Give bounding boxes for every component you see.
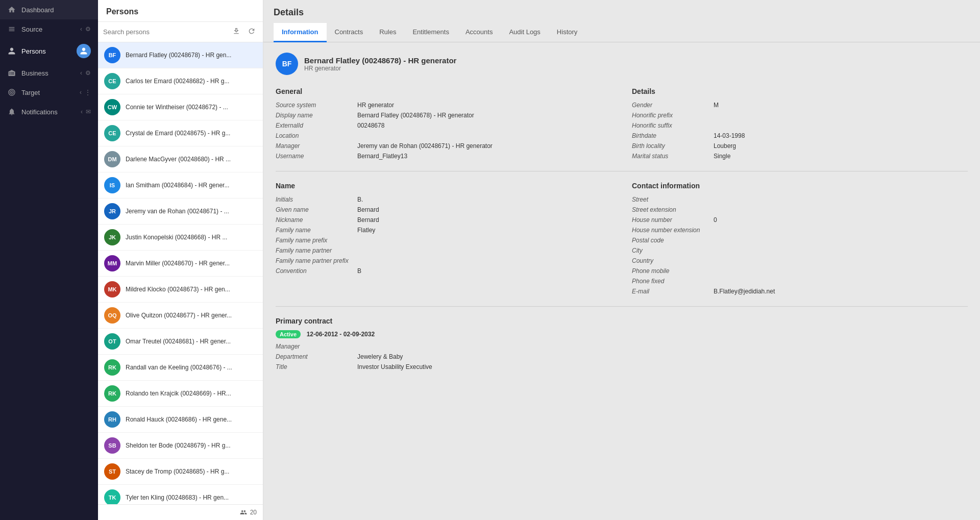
field-row: Postal code [632,237,968,244]
person-list-item[interactable]: OQ Olive Quitzon (00248677) - HR gener..… [98,303,263,329]
contact-section: Contact information Street Street extens… [632,180,968,298]
bell-icon [7,107,16,116]
source-icon [7,24,16,34]
person-list-item[interactable]: SB Sheldon ter Bode (00248679) - HR g... [98,433,263,459]
sidebar-item-source[interactable]: Source ‹ ⚙ [0,19,98,39]
field-label: Family name partner prefix [276,257,357,264]
details-panel: Details InformationContractsRulesEntitle… [263,0,980,520]
person-list-item[interactable]: IS Ian Smitham (00248684) - HR gener... [98,172,263,199]
person-name: Connie ter Wintheiser (00248672) - ... [126,104,228,111]
field-label: ExternalId [276,122,357,129]
tab-audit-logs[interactable]: Audit Logs [501,23,548,42]
name-section: Name Initials B. Given name Bernard Nick… [276,180,611,298]
field-label: Username [276,153,357,160]
person-list-item[interactable]: RH Ronald Hauck (00248686) - HR gene... [98,407,263,433]
field-row: Source system HR generator [276,102,611,109]
field-row: Gender M [632,102,968,109]
field-row: Manager Jeremy van de Rohan (00248671) -… [276,142,611,150]
person-name: Marvin Miller (00248670) - HR gener... [126,260,230,267]
tab-entitlements[interactable]: Entitlements [404,23,457,42]
sidebar: Dashboard Source ‹ ⚙ Persons [0,0,98,520]
field-row: House number 0 [632,216,968,224]
person-list-item[interactable]: RK Randall van de Keeling (00248676) - .… [98,355,263,381]
field-row: Display name Bernard Flatley (00248678) … [276,112,611,119]
search-input[interactable] [103,28,227,36]
avatar: CW [104,99,120,115]
person-list-item[interactable]: OT Omar Treutel (00248681) - HR gener... [98,329,263,355]
refresh-button[interactable] [246,26,258,38]
field-row: Street extension [632,206,968,213]
field-label: Street [632,196,714,203]
person-list-item[interactable]: CE Carlos ter Emard (00248682) - HR g... [98,68,263,94]
persons-list: BF Bernard Flatley (00248678) - HR gen..… [98,42,263,504]
person-details-fields: Gender M Honorific prefix Honorific suff… [632,102,968,160]
sidebar-item-notifications[interactable]: Notifications ‹ ✉ [0,102,98,121]
field-value: Louberg [714,142,736,150]
field-row: Username Bernard_Flatley13 [276,153,611,160]
detail-person-header: BF Bernard Flatley (00248678) - HR gener… [276,53,968,75]
person-list-item[interactable]: JR Jeremy van de Rohan (00248671) - ... [98,199,263,225]
field-row: Street [632,196,968,203]
tab-history[interactable]: History [549,23,585,42]
avatar: DM [104,151,120,167]
avatar: ST [104,463,120,480]
person-list-item[interactable]: TK Tyler ten Kling (00248683) - HR gen..… [98,485,263,504]
field-row: City [632,247,968,254]
dots-icon-target: ⋮ [85,89,91,96]
field-value: Bernard [357,206,379,213]
tab-rules[interactable]: Rules [371,23,404,42]
field-label: E-mail [632,288,714,295]
person-list-item[interactable]: ST Stacey de Tromp (00248685) - HR g... [98,459,263,485]
person-details-title: Details [632,87,968,95]
general-fields: Source system HR generator Display name … [276,102,611,160]
sidebar-item-target[interactable]: Target ‹ ⋮ [0,83,98,102]
detail-person-name: Bernard Flatley (00248678) - HR generato… [304,56,456,65]
person-list-item[interactable]: BF Bernard Flatley (00248678) - HR gen..… [98,42,263,68]
person-list-item[interactable]: CE Crystal de Emard (00248675) - HR g... [98,120,263,146]
field-row: House number extension [632,227,968,234]
person-details-section: Details Gender M Honorific prefix Honori… [632,85,968,163]
field-row: Initials B. [276,196,611,203]
avatar: CE [104,73,120,89]
tab-contracts[interactable]: Contracts [327,23,372,42]
sidebar-label-business: Business [21,69,48,77]
field-label: Family name [276,227,357,234]
person-name: Ian Smitham (00248684) - HR gener... [126,182,229,189]
field-label: Title [276,363,357,370]
target-icon [7,88,16,97]
sidebar-item-business[interactable]: Business ‹ ⚙ [0,63,98,83]
field-value: Flatley [357,227,375,234]
person-list-item[interactable]: DM Darlene MacGyver (00248680) - HR ... [98,146,263,172]
field-value: Single [714,153,730,160]
field-label: House number [632,216,714,224]
name-contact-row: Name Initials B. Given name Bernard Nick… [276,180,968,298]
name-fields: Initials B. Given name Bernard Nickname … [276,196,611,275]
gear-icon-business: ⚙ [85,69,91,77]
field-value: Bernard [357,216,379,224]
person-name: Rolando ten Krajcik (00248669) - HR... [126,390,231,397]
home-icon [7,5,16,14]
field-label: Country [632,257,714,264]
person-list-item[interactable]: MK Mildred Klocko (00248673) - HR gen... [98,277,263,303]
person-name: Crystal de Emard (00248675) - HR g... [126,130,230,137]
tab-accounts[interactable]: Accounts [457,23,501,42]
field-row: Title Investor Usability Executive [276,363,968,370]
avatar: TK [104,489,120,504]
person-list-item[interactable]: JK Justin Konopelski (00248668) - HR ... [98,225,263,251]
field-value: 0 [714,216,717,224]
person-list-item[interactable]: CW Connie ter Wintheiser (00248672) - ..… [98,94,263,120]
gear-icon-source: ⚙ [85,26,91,33]
person-name: Jeremy van de Rohan (00248671) - ... [126,208,229,215]
person-list-item[interactable]: MM Marvin Miller (00248670) - HR gener..… [98,251,263,277]
field-label: Gender [632,102,714,109]
download-button[interactable] [230,26,242,38]
sidebar-item-persons[interactable]: Persons [0,39,98,63]
field-value: M [714,102,719,109]
general-title: General [276,87,611,95]
field-label: Family name partner [276,247,357,254]
tab-information[interactable]: Information [274,23,327,42]
field-row: Location [276,132,611,139]
person-list-item[interactable]: RK Rolando ten Krajcik (00248669) - HR..… [98,381,263,407]
section-divider-2 [276,306,968,307]
sidebar-item-dashboard[interactable]: Dashboard [0,0,98,19]
